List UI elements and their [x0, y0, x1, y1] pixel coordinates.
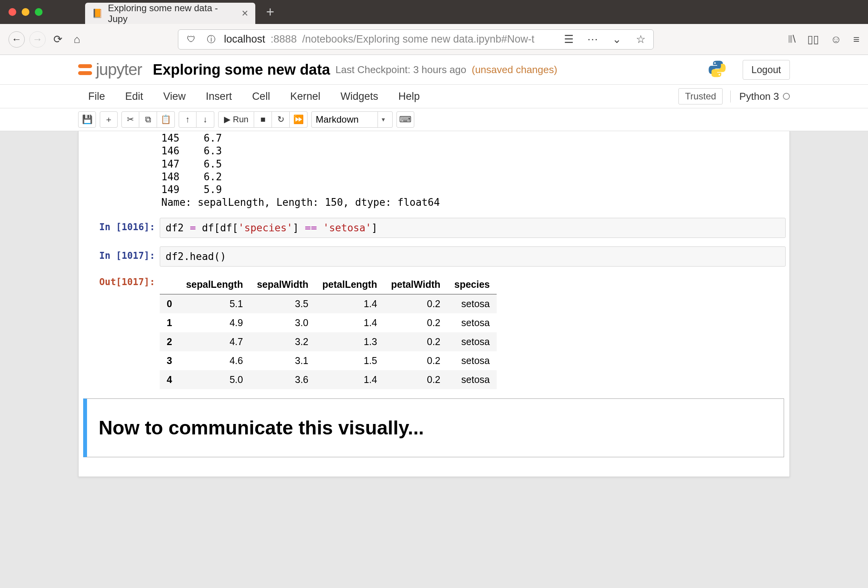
code-input[interactable]: df2.head() [160, 246, 786, 267]
url-actions: ☰ ⋯ ⌄ ☆ [561, 33, 648, 46]
kernel-indicator[interactable]: Python 3 [730, 91, 790, 103]
output-text: 145 6.7 146 6.3 147 6.5 148 6.2 149 5.9 … [79, 131, 789, 216]
browser-right-tools: ⫴\ ▯▯ ☺ ≡ [788, 33, 859, 46]
table-row: 34.63.11.50.2setosa [160, 351, 497, 370]
menu-widgets[interactable]: Widgets [330, 91, 388, 103]
close-tab-icon[interactable]: ✕ [241, 9, 248, 19]
table-column-header: petalLength [315, 275, 384, 294]
table-cell: 3.6 [250, 370, 315, 389]
celltype-value: Markdown [316, 114, 359, 125]
code-cell[interactable]: In [1016]: df2 = df[df['species'] == 'se… [79, 216, 789, 239]
interrupt-button[interactable]: ■ [254, 111, 272, 128]
notebook-area: 145 6.7 146 6.3 147 6.5 148 6.2 149 5.9 … [0, 131, 868, 523]
pocket-icon[interactable]: ⌄ [609, 33, 624, 46]
table-header-row: sepalLengthsepalWidthpetalLengthpetalWid… [160, 275, 497, 294]
copy-button[interactable]: ⧉ [139, 111, 157, 128]
table-cell: setosa [448, 332, 497, 351]
sidebar-icon[interactable]: ▯▯ [807, 33, 819, 46]
table-cell: setosa [448, 370, 497, 389]
minimize-window-icon[interactable] [22, 8, 29, 16]
table-row: 05.13.51.40.2setosa [160, 294, 497, 313]
url-bar[interactable]: 🛡 ⓘ localhost:8888/notebooks/Exploring s… [178, 29, 654, 50]
output-cell: Out[1017]: sepalLengthsepalWidthpetalLen… [79, 271, 789, 391]
jupyter-header: jupyter Exploring some new data Last Che… [0, 55, 868, 85]
markdown-cell[interactable]: Now to communicate this visually... [83, 398, 784, 457]
menu-kernel[interactable]: Kernel [280, 91, 330, 103]
table-cell: 4.6 [179, 351, 250, 370]
paste-button[interactable]: 📋 [157, 111, 175, 128]
home-icon[interactable]: ⌂ [70, 33, 84, 46]
site-info-icon[interactable]: ⓘ [204, 34, 219, 45]
table-cell: 1.4 [315, 313, 384, 332]
logout-button[interactable]: Logout [743, 60, 790, 80]
code-cell[interactable]: In [1017]: df2.head() [79, 245, 789, 268]
browser-toolbar: ← → ⟳ ⌂ 🛡 ⓘ localhost:8888/notebooks/Exp… [0, 24, 868, 55]
table-cell: 5.1 [179, 294, 250, 313]
url-path: /notebooks/Exploring some new data.ipynb… [302, 33, 534, 45]
menu-file[interactable]: File [78, 91, 115, 103]
table-cell: setosa [448, 351, 497, 370]
table-cell: 3.1 [250, 351, 315, 370]
forward-button[interactable]: → [29, 31, 46, 48]
reload-icon[interactable]: ⟳ [50, 33, 65, 46]
jupyter-logo-icon [78, 63, 92, 77]
menu-view[interactable]: View [153, 91, 196, 103]
run-button[interactable]: ▶ Run [218, 111, 254, 128]
insert-cell-button[interactable]: ＋ [100, 111, 118, 128]
library-icon[interactable]: ⫴\ [788, 33, 796, 46]
table-row: 14.93.01.40.2setosa [160, 313, 497, 332]
shield-icon[interactable]: 🛡 [184, 34, 198, 44]
save-button[interactable]: 💾 [78, 111, 96, 128]
table-cell: 5.0 [179, 370, 250, 389]
new-tab-button[interactable]: + [266, 4, 274, 20]
menu-icon[interactable]: ≡ [853, 33, 859, 46]
menu-cell[interactable]: Cell [242, 91, 280, 103]
table-cell: 1.4 [315, 370, 384, 389]
jupyter-brand: jupyter [96, 60, 142, 79]
page-actions-icon[interactable]: ⋯ [585, 33, 600, 46]
table-cell: setosa [448, 294, 497, 313]
browser-tab[interactable]: 📙 Exploring some new data - Jupy ✕ [85, 3, 255, 24]
url-port: :8888 [271, 33, 297, 45]
jupyter-logo[interactable]: jupyter [78, 60, 142, 79]
unsaved-status: (unsaved changes) [472, 64, 557, 76]
run-button-label: Run [233, 115, 248, 125]
edit-group: ✂ ⧉ 📋 [121, 111, 175, 128]
bookmark-star-icon[interactable]: ☆ [633, 33, 648, 46]
table-cell: 4.7 [179, 332, 250, 351]
run-group: ▶ Run ■ ↻ ⏩ [218, 111, 308, 128]
checkpoint-status: Last Checkpoint: 3 hours ago [335, 64, 466, 76]
kernel-status-icon [783, 93, 790, 100]
move-down-button[interactable]: ↓ [196, 111, 214, 128]
menu-edit[interactable]: Edit [115, 91, 154, 103]
restart-run-all-button[interactable]: ⏩ [290, 111, 308, 128]
table-cell: 1.5 [315, 351, 384, 370]
account-icon[interactable]: ☺ [830, 33, 842, 46]
move-up-button[interactable]: ↑ [179, 111, 196, 128]
close-window-icon[interactable] [9, 8, 16, 16]
reader-view-icon[interactable]: ☰ [561, 33, 576, 46]
notebook-title[interactable]: Exploring some new data [153, 62, 330, 78]
input-prompt: In [1016]: [82, 218, 160, 238]
table-cell: 0.2 [384, 351, 448, 370]
menu-insert[interactable]: Insert [196, 91, 242, 103]
table-cell: 0.2 [384, 294, 448, 313]
back-button[interactable]: ← [9, 31, 25, 48]
table-cell: 1.4 [315, 294, 384, 313]
code-input[interactable]: df2 = df[df['species'] == 'setosa'] [160, 218, 786, 238]
maximize-window-icon[interactable] [35, 8, 43, 16]
url-host: localhost [224, 33, 265, 45]
cut-button[interactable]: ✂ [121, 111, 139, 128]
window-controls [9, 8, 43, 16]
kernel-name-label: Python 3 [739, 91, 779, 103]
table-cell: 3.2 [250, 332, 315, 351]
markdown-heading: Now to communicate this visually... [99, 417, 772, 439]
celltype-select[interactable]: Markdown ▼ [311, 111, 393, 128]
table-cell: 0.2 [384, 332, 448, 351]
restart-button[interactable]: ↻ [272, 111, 290, 128]
trusted-indicator[interactable]: Trusted [678, 88, 723, 104]
command-palette-button[interactable]: ⌨ [396, 111, 414, 128]
notebook: 145 6.7 146 6.3 147 6.5 148 6.2 149 5.9 … [78, 131, 790, 477]
menu-help[interactable]: Help [388, 91, 430, 103]
move-group: ↑ ↓ [179, 111, 214, 128]
